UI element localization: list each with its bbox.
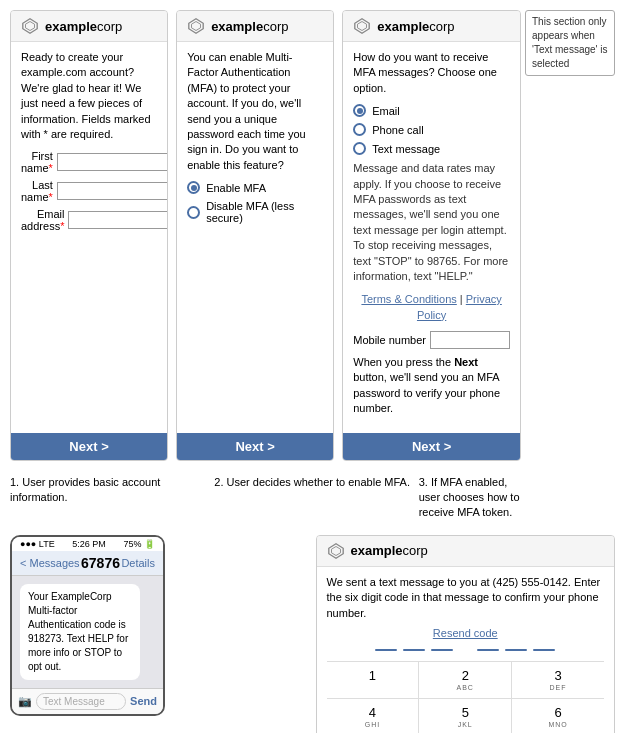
text-option[interactable]: Text message — [353, 142, 510, 155]
compose-placeholder: Text Message — [43, 696, 105, 707]
card-3: examplecorp How do you want to receive M… — [342, 10, 521, 461]
terms-link[interactable]: Terms & Conditions — [361, 293, 456, 305]
last-name-label: Last name* — [21, 179, 57, 203]
bottom-row: ●●● LTE 5:26 PM 75% 🔋 < Messages 67876 D… — [10, 535, 615, 733]
annotation-box: This section only appears when 'Text mes… — [525, 10, 615, 76]
card3-wrapper: examplecorp How do you want to receive M… — [342, 10, 615, 461]
code-dash-6 — [533, 649, 555, 651]
enable-mfa-option[interactable]: Enable MFA — [187, 181, 323, 194]
phone-option[interactable]: Phone call — [353, 123, 510, 136]
email-radio[interactable] — [353, 104, 366, 117]
brand-name-4: examplecorp — [351, 543, 428, 558]
phone-detail-link[interactable]: Details — [121, 557, 155, 569]
message-text: Your ExampleCorp Multi-factor Authentica… — [28, 591, 128, 672]
verify-note: When you press the Next button, we'll se… — [353, 355, 510, 417]
token-card-header: examplecorp — [317, 536, 615, 567]
card2-header: examplecorp — [177, 11, 333, 42]
code-dash-1 — [375, 649, 397, 651]
key-5[interactable]: 5JKL — [419, 699, 512, 733]
mobile-input[interactable] — [430, 331, 510, 349]
card1-body: Ready to create your example.com account… — [11, 42, 167, 433]
phone-frame: ●●● LTE 5:26 PM 75% 🔋 < Messages 67876 D… — [10, 535, 165, 716]
sms-note: Message and data rates may apply. If you… — [353, 161, 510, 284]
keypad-row-1: 1 2ABC 3DEF — [327, 662, 605, 699]
phone-nav-bar: < Messages 67876 Details — [12, 551, 163, 576]
svg-marker-1 — [26, 22, 35, 31]
card3-header: examplecorp — [343, 11, 520, 42]
disable-mfa-radio[interactable] — [187, 206, 200, 219]
send-button[interactable]: Send — [130, 695, 157, 707]
svg-marker-4 — [355, 19, 369, 33]
status-left: ●●● LTE — [20, 539, 55, 549]
mobile-label: Mobile number — [353, 334, 426, 346]
code-input-row — [327, 649, 605, 651]
svg-marker-7 — [331, 546, 340, 555]
key-6[interactable]: 6MNO — [512, 699, 604, 733]
enable-mfa-radio[interactable] — [187, 181, 200, 194]
code-dash-5 — [505, 649, 527, 651]
phone-contact: 67876 — [81, 555, 120, 571]
card3-next-button[interactable]: Next > — [349, 439, 514, 454]
card2-footer: Next > — [177, 433, 333, 460]
card3-body: How do you want to receive MFA messages?… — [343, 42, 520, 433]
code-dash-4 — [477, 649, 499, 651]
phone-radio[interactable] — [353, 123, 366, 136]
logo-icon-1 — [21, 17, 39, 35]
resend-link[interactable]: Resend code — [327, 627, 605, 639]
status-battery: 75% 🔋 — [123, 539, 155, 549]
text-radio[interactable] — [353, 142, 366, 155]
first-name-label: First name* — [21, 150, 57, 174]
card3-intro: How do you want to receive MFA messages?… — [353, 50, 510, 96]
token-card: examplecorp We sent a text message to yo… — [316, 535, 616, 733]
email-input[interactable] — [68, 211, 168, 229]
card-2: examplecorp You can enable Multi-Factor … — [176, 10, 334, 461]
disable-mfa-label: Disable MFA (less secure) — [206, 200, 323, 224]
enable-mfa-label: Enable MFA — [206, 182, 266, 194]
caption-row: 1. User provides basic account informati… — [10, 475, 615, 521]
token-intro: We sent a text message to you at (425) 5… — [327, 575, 605, 621]
message-bubble: Your ExampleCorp Multi-factor Authentica… — [20, 584, 140, 680]
svg-marker-5 — [358, 22, 367, 31]
logo-icon-3 — [353, 17, 371, 35]
code-dash-3 — [431, 649, 453, 651]
key-1[interactable]: 1 — [327, 662, 420, 698]
phone-back-button[interactable]: < Messages — [20, 557, 80, 569]
keypad: 1 2ABC 3DEF 4GHI 5JKL 6MNO 7PQRS 8TUV 9W… — [327, 661, 605, 733]
camera-icon: 📷 — [18, 695, 32, 708]
brand-name-2: examplecorp — [211, 19, 288, 34]
last-name-input[interactable] — [57, 182, 168, 200]
caption-2: 2. User decides whether to enable MFA. — [214, 475, 410, 521]
mobile-row: Mobile number — [353, 331, 510, 349]
caption3-wrapper: 3. If MFA enabled, user chooses how to r… — [419, 475, 615, 521]
phone-label: Phone call — [372, 124, 423, 136]
email-row: Email address* — [21, 208, 157, 232]
card2-body: You can enable Multi-Factor Authenticati… — [177, 42, 333, 433]
card-1: examplecorp Ready to create your example… — [10, 10, 168, 461]
card1-intro: Ready to create your example.com account… — [21, 50, 157, 142]
svg-marker-0 — [23, 19, 37, 33]
top-row: examplecorp Ready to create your example… — [10, 10, 615, 461]
brand-name-1: examplecorp — [45, 19, 122, 34]
first-name-input[interactable] — [57, 153, 168, 171]
first-name-row: First name* — [21, 150, 157, 174]
card1-header: examplecorp — [11, 11, 167, 42]
card1-next-button[interactable]: Next > — [17, 439, 161, 454]
key-2[interactable]: 2ABC — [419, 662, 512, 698]
key-4[interactable]: 4GHI — [327, 699, 420, 733]
disable-mfa-option[interactable]: Disable MFA (less secure) — [187, 200, 323, 224]
phone-status-bar: ●●● LTE 5:26 PM 75% 🔋 — [12, 537, 163, 551]
code-dash-2 — [403, 649, 425, 651]
card2-intro: You can enable Multi-Factor Authenticati… — [187, 50, 323, 173]
svg-marker-3 — [192, 22, 201, 31]
card2-next-button[interactable]: Next > — [183, 439, 327, 454]
compose-input[interactable]: Text Message — [36, 693, 126, 710]
phone-compose-bar: 📷 Text Message Send — [12, 688, 163, 714]
svg-marker-2 — [189, 19, 203, 33]
card1-footer: Next > — [11, 433, 167, 460]
caption-1: 1. User provides basic account informati… — [10, 475, 206, 521]
svg-marker-6 — [328, 544, 342, 558]
email-option[interactable]: Email — [353, 104, 510, 117]
annotation-text: This section only appears when 'Text mes… — [532, 16, 608, 69]
key-3[interactable]: 3DEF — [512, 662, 604, 698]
status-time: 5:26 PM — [72, 539, 106, 549]
